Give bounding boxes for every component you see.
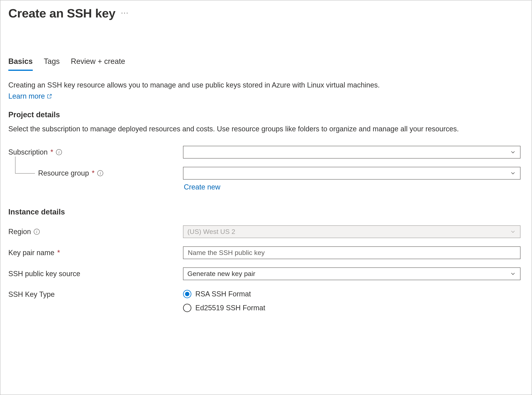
ssh-key-type-radio-group: RSA SSH Format Ed25519 SSH Format bbox=[183, 288, 521, 313]
label-region: Region i bbox=[8, 227, 183, 237]
page-title: Create an SSH key bbox=[8, 4, 115, 22]
label-resource-group: Resource group * i bbox=[8, 168, 183, 178]
label-ssh-key-type: SSH Key Type bbox=[8, 288, 183, 300]
chevron-down-icon bbox=[510, 229, 516, 235]
label-ssh-key-source-text: SSH public key source bbox=[8, 269, 80, 279]
key-pair-name-input[interactable] bbox=[187, 247, 516, 259]
tab-review-create[interactable]: Review + create bbox=[71, 56, 125, 71]
label-resource-group-text: Resource group bbox=[38, 168, 89, 178]
required-asterisk: * bbox=[50, 147, 53, 157]
tree-connector-icon bbox=[15, 157, 35, 174]
subscription-select[interactable] bbox=[183, 146, 521, 159]
chevron-down-icon bbox=[510, 149, 516, 155]
radio-ed25519-label: Ed25519 SSH Format bbox=[195, 303, 265, 313]
label-key-pair-name-text: Key pair name bbox=[8, 248, 54, 258]
tab-basics[interactable]: Basics bbox=[8, 56, 33, 71]
more-actions-icon[interactable]: ··· bbox=[121, 8, 129, 19]
title-row: Create an SSH key ··· bbox=[8, 4, 524, 22]
page-frame: Create an SSH key ··· Basics Tags Review… bbox=[0, 0, 532, 395]
label-key-pair-name: Key pair name * bbox=[8, 248, 183, 258]
tab-tags[interactable]: Tags bbox=[44, 56, 60, 71]
radio-rsa-label: RSA SSH Format bbox=[195, 289, 251, 299]
row-ssh-key-source: SSH public key source Generate new key p… bbox=[8, 267, 524, 280]
radio-ed25519-ssh-format[interactable]: Ed25519 SSH Format bbox=[183, 303, 521, 313]
label-subscription-text: Subscription bbox=[8, 147, 48, 157]
label-region-text: Region bbox=[8, 227, 31, 237]
row-ssh-key-type: SSH Key Type RSA SSH Format Ed25519 SSH … bbox=[8, 288, 524, 313]
radio-circle-icon bbox=[183, 290, 191, 298]
label-subscription: Subscription * i bbox=[8, 147, 183, 157]
info-icon[interactable]: i bbox=[34, 229, 40, 235]
required-asterisk: * bbox=[92, 168, 94, 178]
chevron-down-icon bbox=[510, 170, 516, 176]
row-region: Region i (US) West US 2 bbox=[8, 225, 524, 238]
row-create-new: Create new bbox=[8, 182, 524, 192]
key-pair-name-input-wrapper bbox=[183, 247, 521, 259]
create-new-resource-group-link[interactable]: Create new bbox=[184, 182, 220, 192]
label-ssh-key-source: SSH public key source bbox=[8, 269, 183, 279]
project-details-heading: Project details bbox=[8, 109, 524, 120]
row-resource-group: Resource group * i bbox=[8, 167, 524, 180]
radio-circle-icon bbox=[183, 304, 191, 312]
tab-bar: Basics Tags Review + create bbox=[8, 56, 524, 71]
resource-group-select[interactable] bbox=[183, 167, 521, 180]
learn-more-label: Learn more bbox=[8, 91, 45, 101]
radio-rsa-ssh-format[interactable]: RSA SSH Format bbox=[183, 289, 521, 299]
project-details-description: Select the subscription to manage deploy… bbox=[8, 124, 516, 134]
info-icon[interactable]: i bbox=[56, 149, 62, 155]
info-icon[interactable]: i bbox=[97, 170, 103, 176]
row-key-pair-name: Key pair name * bbox=[8, 247, 524, 259]
region-select: (US) West US 2 bbox=[183, 225, 521, 238]
region-value: (US) West US 2 bbox=[187, 227, 510, 236]
chevron-down-icon bbox=[510, 271, 516, 277]
required-asterisk: * bbox=[57, 248, 60, 258]
row-subscription: Subscription * i bbox=[8, 146, 524, 159]
label-ssh-key-type-text: SSH Key Type bbox=[8, 289, 55, 300]
instance-details-heading: Instance details bbox=[8, 207, 524, 217]
ssh-key-source-select[interactable]: Generate new key pair bbox=[183, 267, 521, 280]
learn-more-link[interactable]: Learn more bbox=[8, 91, 52, 101]
intro-text: Creating an SSH key resource allows you … bbox=[8, 80, 485, 90]
external-link-icon bbox=[47, 94, 52, 99]
ssh-key-source-value: Generate new key pair bbox=[187, 269, 510, 279]
